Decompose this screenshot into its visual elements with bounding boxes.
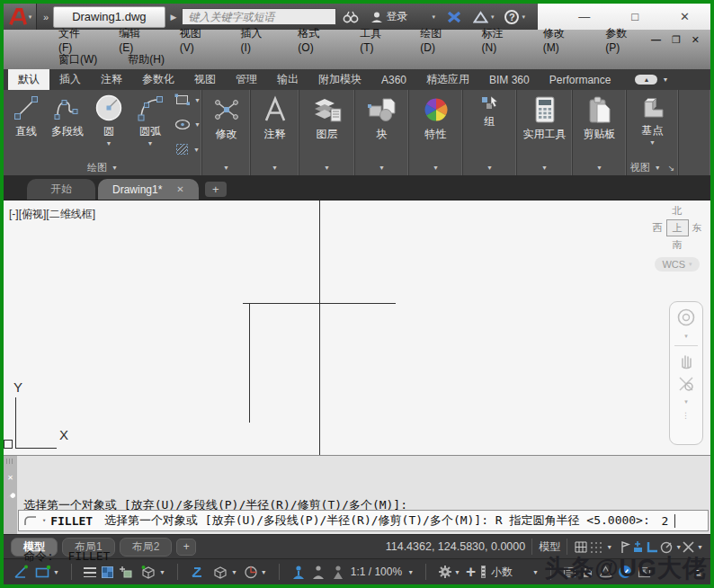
arc-button[interactable]: 圆弧 ▼	[129, 93, 171, 160]
panel-view-launcher-icon[interactable]: ↘	[668, 164, 675, 173]
a360-icon[interactable]: ▾	[468, 11, 500, 23]
ribbon-tab-home[interactable]: 默认	[8, 69, 49, 90]
menu-view[interactable]: 视图(V)	[165, 26, 226, 54]
ribbon-tab-insert[interactable]: 插入	[49, 69, 91, 90]
menu-dimension[interactable]: 标注(N)	[467, 26, 528, 54]
help-button[interactable]: ? ▾	[499, 10, 531, 24]
viewcube-south-label[interactable]: 南	[673, 238, 683, 252]
properties-button[interactable]: 特性	[409, 90, 462, 160]
navbar-more-caret-icon[interactable]: ▾	[684, 398, 688, 405]
annotate-button[interactable]: 注释	[251, 90, 299, 160]
circle-button[interactable]: 圆 ▼	[88, 93, 129, 160]
navbar-caret-icon[interactable]: ▾	[684, 333, 688, 340]
menu-modify[interactable]: 修改(M)	[528, 26, 590, 54]
ribbon-collapse-caret-icon[interactable]: ▼	[662, 76, 668, 83]
ribbon-tab-view[interactable]: 视图	[184, 69, 226, 90]
rectangle-button[interactable]: ▼	[174, 94, 201, 106]
ribbon-tab-manage[interactable]: 管理	[226, 69, 267, 90]
menu-draw[interactable]: 绘图(D)	[405, 26, 466, 54]
arc-caret-icon[interactable]: ▼	[147, 140, 154, 147]
ribbon-tab-annotate[interactable]: 注释	[91, 69, 132, 90]
navbar-grip-icon[interactable]: ⋮	[682, 411, 691, 420]
ribbon-tab-featured-apps[interactable]: 精选应用	[416, 69, 479, 90]
ellipse-caret-icon[interactable]: ▼	[194, 121, 201, 128]
panel-view-footer[interactable]: 视图 ▼ ↘	[627, 160, 678, 175]
steering-wheel-icon[interactable]	[676, 307, 696, 327]
command-drag-grip[interactable]	[6, 459, 14, 464]
help-caret-icon[interactable]: ▾	[522, 13, 525, 21]
doc-close-button[interactable]: ✕	[692, 34, 700, 46]
command-options-caret-icon[interactable]: ▾	[42, 517, 46, 524]
ribbon-collapse-button[interactable]: ▲	[635, 75, 657, 85]
ribbon-tab-performance[interactable]: Performance	[540, 69, 621, 90]
ribbon-tab-addins[interactable]: 附加模块	[308, 69, 371, 90]
drawn-vertical-construction-line[interactable]	[319, 200, 320, 455]
ellipse-button[interactable]: ▼	[174, 119, 201, 130]
modify-button[interactable]: 修改	[202, 90, 250, 160]
pan-hand-icon[interactable]	[677, 352, 695, 370]
panel-clipboard-footer[interactable]: ▼	[573, 160, 626, 175]
doc-restore-button[interactable]: ❐	[672, 34, 681, 46]
panel-modify-footer[interactable]: ▼	[202, 160, 250, 175]
utilities-button[interactable]: 实用工具	[517, 90, 572, 160]
viewcube-north-label[interactable]: 北	[673, 204, 683, 218]
panel-layers-footer[interactable]: ▼	[299, 160, 354, 175]
qat-expand-button[interactable]: »	[37, 12, 53, 22]
line-button[interactable]: 直线	[5, 93, 47, 160]
new-tab-button[interactable]: +	[205, 182, 227, 197]
minimize-button[interactable]: —	[558, 10, 611, 23]
viewport-controls-label[interactable]: [-][俯视][二维线框]	[9, 207, 95, 222]
drawing-canvas[interactable]: [-][俯视][二维线框] 北 西 上 东 南 WCS▾ ▾ ▾ ⋮	[4, 200, 710, 455]
block-button[interactable]: 块	[355, 90, 408, 160]
navigation-bar[interactable]: ▾ ▾ ⋮	[669, 301, 703, 445]
circle-caret-icon[interactable]: ▼	[106, 140, 112, 147]
viewcube-up-face[interactable]: 上	[666, 219, 689, 236]
viewcube[interactable]: 北 西 上 东 南 WCS▾	[647, 204, 707, 272]
hatch-button[interactable]: ▼	[174, 142, 201, 156]
close-button[interactable]: ✕	[659, 10, 710, 23]
rectangle-caret-icon[interactable]: ▼	[194, 97, 201, 103]
file-tab-start[interactable]: 开始	[27, 179, 95, 200]
clipboard-button[interactable]: 剪贴板	[573, 90, 626, 160]
panel-utilities-footer[interactable]: ▼	[517, 160, 572, 175]
menu-edit[interactable]: 编辑(E)	[103, 26, 165, 54]
zoom-icon[interactable]	[677, 375, 695, 393]
command-input-value[interactable]: 2	[662, 514, 669, 528]
ribbon-tab-a360[interactable]: A360	[371, 69, 416, 90]
menu-tools[interactable]: 工具(T)	[344, 26, 405, 54]
signin-button[interactable]: 登录 ▾	[365, 9, 441, 24]
menu-parametric[interactable]: 参数(P)	[590, 26, 651, 54]
search-expand-icon[interactable]: ▶	[165, 13, 183, 22]
command-close-icon[interactable]: ✕	[7, 472, 13, 482]
menu-help[interactable]: 帮助(H)	[112, 52, 180, 67]
panel-properties-footer[interactable]: ▼	[409, 160, 462, 175]
maximize-button[interactable]: □	[611, 10, 659, 23]
hatch-caret-icon[interactable]: ▼	[193, 147, 200, 153]
signin-caret-icon[interactable]: ▾	[432, 13, 435, 21]
menu-format[interactable]: 格式(O)	[282, 26, 344, 54]
command-customize-wrench-icon[interactable]	[5, 490, 15, 500]
ribbon-tab-bim360[interactable]: BIM 360	[479, 69, 540, 90]
panel-annotate-footer[interactable]: ▼	[251, 160, 299, 175]
ribbon-tab-output[interactable]: 输出	[267, 69, 308, 90]
a360-caret-icon[interactable]: ▾	[491, 13, 495, 21]
panel-block-footer[interactable]: ▼	[355, 160, 408, 175]
app-menu-button[interactable]: ▾	[4, 4, 37, 30]
basepoint-caret-icon[interactable]: ▼	[649, 139, 656, 146]
layers-button[interactable]: 图层	[299, 90, 354, 160]
polyline-button[interactable]: 多段线	[47, 93, 88, 160]
doc-minimize-button[interactable]: —	[651, 34, 661, 46]
ribbon-tab-parametric[interactable]: 参数化	[132, 69, 184, 90]
wcs-menu[interactable]: WCS▾	[655, 257, 699, 272]
search-icon[interactable]	[336, 10, 365, 23]
command-input-row[interactable]: ▾ FILLET 选择第一个对象或 [放弃(U)/多段线(P)/半径(R)/修剪…	[18, 510, 709, 531]
basepoint-button[interactable]: 基点 ▼	[627, 90, 678, 160]
exchange-apps-icon[interactable]	[441, 11, 468, 23]
drawn-horizontal-line[interactable]	[243, 303, 396, 304]
menu-insert[interactable]: 插入(I)	[226, 26, 283, 54]
menu-file[interactable]: 文件(F)	[43, 26, 103, 54]
drawn-vertical-line[interactable]	[249, 303, 250, 423]
menu-window[interactable]: 窗口(W)	[43, 52, 112, 67]
panel-groups-footer[interactable]: ▼	[463, 160, 516, 175]
group-button[interactable]: 组	[463, 90, 516, 160]
